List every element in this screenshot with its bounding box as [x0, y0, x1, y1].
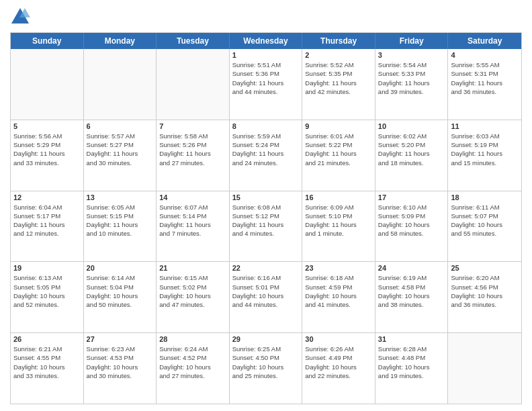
day-cell: 2Sunrise: 5:52 AM Sunset: 5:35 PM Daylig… — [302, 49, 375, 120]
day-cell: 3Sunrise: 5:54 AM Sunset: 5:33 PM Daylig… — [375, 49, 449, 120]
header — [10, 7, 522, 27]
day-number: 26 — [13, 335, 81, 343]
day-number: 17 — [378, 193, 445, 201]
day-header-wednesday: Wednesday — [230, 33, 303, 49]
day-header-tuesday: Tuesday — [157, 33, 230, 49]
day-cell: 28Sunrise: 6:24 AM Sunset: 4:52 PM Dayli… — [157, 333, 230, 404]
day-cell: 4Sunrise: 5:55 AM Sunset: 5:31 PM Daylig… — [448, 49, 521, 120]
day-info: Sunrise: 6:26 AM Sunset: 4:49 PM Dayligh… — [305, 345, 372, 380]
week-row-4: 19Sunrise: 6:13 AM Sunset: 5:05 PM Dayli… — [11, 262, 521, 333]
day-cell: 25Sunrise: 6:20 AM Sunset: 4:56 PM Dayli… — [448, 262, 521, 332]
day-info: Sunrise: 5:54 AM Sunset: 5:33 PM Dayligh… — [378, 60, 445, 96]
day-info: Sunrise: 6:16 AM Sunset: 5:01 PM Dayligh… — [232, 273, 300, 309]
day-info: Sunrise: 6:19 AM Sunset: 4:58 PM Dayligh… — [378, 273, 445, 309]
day-cell — [84, 49, 157, 120]
day-number: 21 — [159, 264, 226, 272]
day-info: Sunrise: 6:28 AM Sunset: 4:48 PM Dayligh… — [378, 345, 445, 380]
day-info: Sunrise: 5:52 AM Sunset: 5:35 PM Dayligh… — [305, 60, 372, 96]
day-headers: SundayMondayTuesdayWednesdayThursdayFrid… — [11, 33, 521, 49]
logo-icon — [10, 7, 30, 27]
day-cell: 22Sunrise: 6:16 AM Sunset: 5:01 PM Dayli… — [230, 262, 303, 332]
day-cell: 12Sunrise: 6:04 AM Sunset: 5:17 PM Dayli… — [11, 191, 84, 262]
day-cell: 14Sunrise: 6:07 AM Sunset: 5:14 PM Dayli… — [157, 191, 230, 262]
day-number: 3 — [378, 51, 445, 59]
day-cell: 5Sunrise: 5:56 AM Sunset: 5:29 PM Daylig… — [11, 120, 84, 191]
day-info: Sunrise: 5:55 AM Sunset: 5:31 PM Dayligh… — [451, 60, 519, 96]
day-number: 18 — [451, 193, 519, 201]
day-info: Sunrise: 6:08 AM Sunset: 5:12 PM Dayligh… — [232, 203, 300, 238]
day-info: Sunrise: 6:15 AM Sunset: 5:02 PM Dayligh… — [159, 273, 226, 309]
day-info: Sunrise: 5:57 AM Sunset: 5:27 PM Dayligh… — [87, 132, 154, 167]
day-info: Sunrise: 5:56 AM Sunset: 5:29 PM Dayligh… — [13, 132, 81, 167]
day-info: Sunrise: 6:11 AM Sunset: 5:07 PM Dayligh… — [451, 203, 519, 238]
day-cell: 26Sunrise: 6:21 AM Sunset: 4:55 PM Dayli… — [11, 333, 84, 404]
day-cell: 23Sunrise: 6:18 AM Sunset: 4:59 PM Dayli… — [302, 262, 375, 332]
day-info: Sunrise: 6:05 AM Sunset: 5:15 PM Dayligh… — [87, 203, 154, 238]
day-info: Sunrise: 5:51 AM Sunset: 5:36 PM Dayligh… — [232, 60, 300, 96]
day-number: 31 — [378, 335, 445, 343]
day-info: Sunrise: 6:25 AM Sunset: 4:50 PM Dayligh… — [232, 345, 300, 380]
day-info: Sunrise: 6:21 AM Sunset: 4:55 PM Dayligh… — [13, 345, 81, 380]
day-number: 5 — [13, 122, 81, 130]
day-cell: 17Sunrise: 6:10 AM Sunset: 5:09 PM Dayli… — [375, 191, 449, 262]
day-cell: 6Sunrise: 5:57 AM Sunset: 5:27 PM Daylig… — [84, 120, 157, 191]
day-info: Sunrise: 6:24 AM Sunset: 4:52 PM Dayligh… — [159, 345, 226, 380]
day-number: 29 — [232, 335, 300, 343]
day-number: 28 — [159, 335, 226, 343]
day-cell: 16Sunrise: 6:09 AM Sunset: 5:10 PM Dayli… — [302, 191, 375, 262]
day-info: Sunrise: 6:07 AM Sunset: 5:14 PM Dayligh… — [159, 203, 226, 238]
day-info: Sunrise: 6:01 AM Sunset: 5:22 PM Dayligh… — [305, 132, 372, 167]
day-number: 27 — [87, 335, 154, 343]
day-cell: 11Sunrise: 6:03 AM Sunset: 5:19 PM Dayli… — [448, 120, 521, 191]
day-number: 9 — [305, 122, 372, 130]
week-row-5: 26Sunrise: 6:21 AM Sunset: 4:55 PM Dayli… — [11, 333, 521, 404]
week-row-3: 12Sunrise: 6:04 AM Sunset: 5:17 PM Dayli… — [11, 191, 521, 263]
day-info: Sunrise: 6:02 AM Sunset: 5:20 PM Dayligh… — [378, 132, 445, 167]
day-info: Sunrise: 6:04 AM Sunset: 5:17 PM Dayligh… — [13, 203, 81, 238]
day-cell: 27Sunrise: 6:23 AM Sunset: 4:53 PM Dayli… — [84, 333, 157, 404]
page-container: SundayMondayTuesdayWednesdayThursdayFrid… — [0, 0, 532, 411]
day-number: 14 — [159, 193, 226, 201]
day-info: Sunrise: 6:09 AM Sunset: 5:10 PM Dayligh… — [305, 203, 372, 238]
day-cell: 1Sunrise: 5:51 AM Sunset: 5:36 PM Daylig… — [230, 49, 303, 120]
day-number: 23 — [305, 264, 372, 272]
week-row-1: 1Sunrise: 5:51 AM Sunset: 5:36 PM Daylig… — [11, 49, 521, 120]
day-info: Sunrise: 6:10 AM Sunset: 5:09 PM Dayligh… — [378, 203, 445, 238]
weeks: 1Sunrise: 5:51 AM Sunset: 5:36 PM Daylig… — [11, 49, 521, 404]
day-info: Sunrise: 6:18 AM Sunset: 4:59 PM Dayligh… — [305, 273, 372, 309]
day-cell: 13Sunrise: 6:05 AM Sunset: 5:15 PM Dayli… — [84, 191, 157, 262]
day-cell: 30Sunrise: 6:26 AM Sunset: 4:49 PM Dayli… — [302, 333, 375, 404]
day-number: 7 — [159, 122, 226, 130]
day-number: 15 — [232, 193, 300, 201]
day-info: Sunrise: 6:23 AM Sunset: 4:53 PM Dayligh… — [87, 345, 154, 380]
day-cell — [11, 49, 84, 120]
day-info: Sunrise: 6:13 AM Sunset: 5:05 PM Dayligh… — [13, 273, 81, 309]
day-info: Sunrise: 6:03 AM Sunset: 5:19 PM Dayligh… — [451, 132, 519, 167]
day-header-friday: Friday — [375, 33, 449, 49]
day-number: 8 — [232, 122, 300, 130]
day-number: 11 — [451, 122, 519, 130]
day-header-saturday: Saturday — [448, 33, 521, 49]
day-number: 22 — [232, 264, 300, 272]
day-cell: 15Sunrise: 6:08 AM Sunset: 5:12 PM Dayli… — [230, 191, 303, 262]
calendar: SundayMondayTuesdayWednesdayThursdayFrid… — [10, 32, 522, 404]
day-number: 1 — [232, 51, 300, 59]
day-number: 25 — [451, 264, 519, 272]
day-cell: 24Sunrise: 6:19 AM Sunset: 4:58 PM Dayli… — [375, 262, 449, 332]
day-header-thursday: Thursday — [302, 33, 375, 49]
day-cell: 19Sunrise: 6:13 AM Sunset: 5:05 PM Dayli… — [11, 262, 84, 332]
day-cell: 29Sunrise: 6:25 AM Sunset: 4:50 PM Dayli… — [230, 333, 303, 404]
day-number: 4 — [451, 51, 519, 59]
day-cell: 9Sunrise: 6:01 AM Sunset: 5:22 PM Daylig… — [302, 120, 375, 191]
day-number: 2 — [305, 51, 372, 59]
day-info: Sunrise: 5:59 AM Sunset: 5:24 PM Dayligh… — [232, 132, 300, 167]
day-number: 20 — [87, 264, 154, 272]
day-info: Sunrise: 6:14 AM Sunset: 5:04 PM Dayligh… — [87, 273, 154, 309]
day-number: 6 — [87, 122, 154, 130]
day-number: 24 — [378, 264, 445, 272]
day-number: 13 — [87, 193, 154, 201]
day-header-sunday: Sunday — [11, 33, 84, 49]
day-header-monday: Monday — [84, 33, 157, 49]
logo — [10, 7, 33, 27]
week-row-2: 5Sunrise: 5:56 AM Sunset: 5:29 PM Daylig… — [11, 120, 521, 191]
